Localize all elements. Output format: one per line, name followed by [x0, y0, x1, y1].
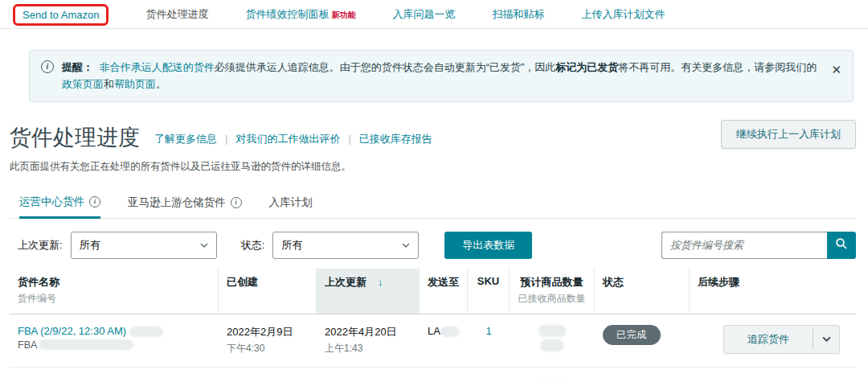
shipments-table: 货件名称 货件编号 已创建 上次更新↓ 发送至 SKU 预计商品数量 已接收商品…	[10, 269, 856, 378]
col-header-updated[interactable]: 上次更新↓	[317, 269, 420, 314]
nav-inbound-issues[interactable]: 入库问题一览	[392, 7, 455, 22]
shipment-name-cell: FBA (2/9/22, 12:30 AM) FBA	[10, 314, 219, 367]
banner-label: 提醒：	[62, 61, 93, 73]
status-cell: 已取消	[595, 368, 690, 378]
nav-send-to-amazon[interactable]: Send to Amazon	[23, 9, 99, 21]
updated-cell: 2022年4月20日 上午1:43	[317, 314, 420, 367]
filter-bar: 上次更新: 所有 状态: 所有 导出表数据	[10, 232, 856, 259]
info-icon[interactable]: i	[231, 197, 242, 208]
created-cell: 2022年4月6日 下午5:32	[219, 368, 317, 378]
quantity-cell	[510, 314, 595, 367]
tab-upstream-storage-shipments[interactable]: 亚马逊上游仓储货件 i	[128, 195, 242, 218]
nav-upload-inbound-plan[interactable]: 上传入库计划文件	[581, 7, 665, 22]
col-header-next-steps: 后续步骤	[690, 269, 856, 314]
updated-cell: 2022年4月19日 下午4:44	[317, 368, 420, 378]
info-icon[interactable]: i	[89, 196, 100, 207]
chevron-down-icon[interactable]	[813, 326, 839, 353]
search-button[interactable]	[827, 232, 856, 259]
col-header-name: 货件名称 货件编号	[10, 269, 219, 314]
close-icon[interactable]: ✕	[829, 60, 843, 93]
status-badge: 已完成	[603, 325, 661, 345]
rate-work-link[interactable]: 对我们的工作做出评价	[235, 132, 340, 146]
col-header-status: 状态	[595, 269, 690, 314]
nav-performance-dashboard[interactable]: 货件绩效控制面板新功能	[245, 7, 355, 22]
created-cell: 2022年2月9日 下午4:30	[219, 314, 317, 367]
quantity-cell: 0	[510, 368, 595, 378]
col-header-created[interactable]: 已创建	[219, 269, 317, 314]
sku-count-link[interactable]: 1	[485, 325, 491, 337]
table-header: 货件名称 货件编号 已创建 上次更新↓ 发送至 SKU 预计商品数量 已接收商品…	[10, 269, 856, 314]
top-navigation: Send to Amazon 货件处理进度 货件绩效控制面板新功能 入库问题一览…	[0, 0, 868, 29]
next-steps-cell: 查看货件	[690, 368, 856, 378]
banner-link-carrier[interactable]: 非合作承运人配送的货件	[100, 61, 215, 73]
chevron-down-icon	[402, 241, 410, 249]
sku-cell: 1	[468, 314, 510, 367]
col-header-sku: SKU	[468, 269, 510, 314]
banner-link-policy[interactable]: 政策页面	[62, 78, 104, 90]
shipment-tabs: 运营中心货件 i 亚马逊上游仓储货件 i 入库计划	[10, 195, 856, 219]
redacted-text	[39, 339, 133, 350]
ship-to-cell: LA	[420, 314, 468, 367]
last-updated-select[interactable]: 所有	[71, 232, 217, 259]
search-input[interactable]	[661, 232, 827, 259]
info-icon: i	[41, 60, 54, 73]
tab-fulfillment-center-shipments[interactable]: 运营中心货件 i	[19, 195, 100, 219]
ship-to-cell: LA	[420, 368, 468, 378]
sku-cell: 1	[468, 368, 510, 378]
redacted-text	[129, 327, 163, 337]
col-header-qty: 预计商品数量 已接收商品数量	[510, 269, 595, 314]
last-updated-filter-label: 上次更新:	[18, 238, 63, 253]
new-feature-badge: 新功能	[331, 10, 355, 19]
redacted-text	[440, 327, 460, 337]
shipment-search	[661, 232, 856, 259]
shipment-name-link[interactable]: FBA (2/9/22, 12:30 AM)	[18, 325, 126, 337]
info-banner: i 提醒： 非合作承运人配送的货件必须提供承运人追踪信息。由于您的货件状态会自动…	[29, 50, 854, 102]
banner-text: 提醒： 非合作承运人配送的货件必须提供承运人追踪信息。由于您的货件状态会自动更新…	[62, 59, 821, 93]
table-row: FBA (2/9/22, 12:30 AM) FBA 2022年2月9日 下午4…	[10, 314, 856, 368]
chevron-down-icon	[200, 241, 208, 249]
redacted-text	[540, 339, 564, 351]
next-steps-cell: 追踪货件	[690, 314, 856, 367]
search-icon	[835, 237, 848, 253]
learn-more-link[interactable]: 了解更多信息	[154, 132, 217, 146]
redacted-text	[538, 325, 566, 337]
export-table-button[interactable]: 导出表数据	[444, 232, 532, 259]
sort-descending-icon[interactable]: ↓	[378, 276, 383, 288]
status-filter-label: 状态:	[241, 238, 265, 253]
received-inventory-report-link[interactable]: 已接收库存报告	[359, 132, 432, 146]
title-links: 了解更多信息 | 对我们的工作做出评价 | 已接收库存报告	[154, 132, 432, 149]
shipment-name-cell: FBA (04/06/2022 09:32)- FBA	[10, 368, 219, 378]
col-header-ship-to: 发送至	[420, 269, 468, 314]
tab-inbound-plans[interactable]: 入库计划	[269, 195, 313, 218]
resume-plan-button[interactable]: 继续执行上一入库计划	[721, 120, 856, 149]
banner-link-help[interactable]: 帮助页面	[114, 78, 156, 90]
page-title: 货件处理进度	[10, 127, 140, 149]
nav-scan-label[interactable]: 扫描和贴标	[492, 7, 544, 22]
status-select[interactable]: 所有	[272, 232, 419, 259]
nav-shipment-progress[interactable]: 货件处理进度	[145, 7, 208, 22]
status-cell: 已完成	[595, 314, 690, 367]
table-row: FBA (04/06/2022 09:32)- FBA 2022年4月6日 下午…	[10, 368, 856, 378]
page-subtitle: 此页面提供有关您正在处理的所有货件以及已运往亚马逊的货件的详细信息。	[10, 160, 856, 174]
send-to-amazon-highlight-box: Send to Amazon	[13, 4, 108, 26]
track-shipment-button[interactable]: 追踪货件	[723, 325, 840, 354]
